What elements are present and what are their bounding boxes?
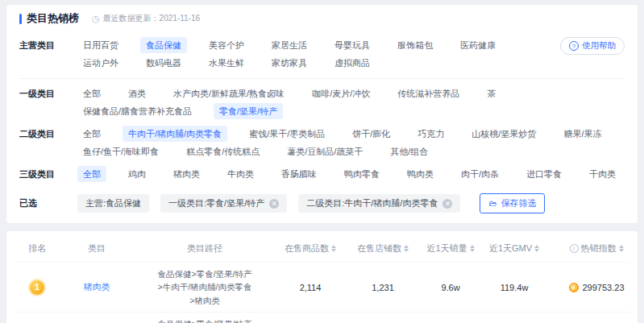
filter-option[interactable]: 蜜饯/果干/枣类制品 — [243, 126, 330, 142]
filter-option[interactable]: 母婴玩具 — [329, 37, 376, 53]
col-index-label: 热销指数 — [581, 242, 617, 255]
filter-option[interactable]: 服饰箱包 — [392, 37, 438, 53]
selected-tag-level1: 一级类目:零食/坚果/特产 ✕ — [160, 194, 287, 213]
selected-tag-text: 二级类目:牛肉干/猪肉脯/肉类零食 — [306, 197, 438, 209]
filter-option[interactable]: 糖果/果冻 — [558, 126, 607, 142]
filter-option[interactable]: 运动户外 — [77, 55, 124, 71]
filter-option[interactable]: 进口零食 — [521, 166, 567, 182]
filter-option[interactable]: 虚拟商品 — [329, 55, 376, 71]
col-path: 类目路径 — [134, 242, 276, 255]
filter-option[interactable]: 茶 — [481, 85, 501, 101]
filter-option[interactable]: 山核桃/坚果炒货 — [466, 126, 542, 142]
filter-option[interactable]: 鸡肉 — [123, 166, 152, 182]
filter-option[interactable]: 保健食品/膳食营养补充食品 — [77, 103, 197, 119]
filter-row-level1-category: 一级类目 全部 酒类 水产肉类/新鲜蔬果/熟食卤味 咖啡/麦片/冲饮 传统滋补营… — [19, 82, 625, 122]
sort-icon[interactable] — [331, 245, 336, 252]
filter-options: 全部 酒类 水产肉类/新鲜蔬果/熟食卤味 咖啡/麦片/冲饮 传统滋补营养品 茶 … — [77, 85, 625, 119]
filter-option-selected[interactable]: 零食/坚果/特产 — [214, 103, 283, 119]
filter-option[interactable]: 糕点零食/传统糕点 — [181, 143, 265, 159]
filter-option[interactable]: 家纺家具 — [266, 55, 313, 71]
sort-icon[interactable] — [470, 245, 475, 252]
filter-option[interactable]: 鸭肉类 — [401, 166, 439, 182]
selected-tag-text: 一级类目:零食/坚果/特产 — [168, 197, 264, 209]
shops-count: 1,231 — [345, 283, 421, 292]
filter-option[interactable]: 美容个护 — [203, 37, 250, 53]
filter-label: 二级类目 — [19, 126, 77, 142]
filter-option[interactable]: 鱼仔/鱼干/海味即食 — [77, 143, 164, 159]
filter-options: 全部 牛肉干/猪肉脯/肉类零食 蜜饯/果干/枣类制品 饼干/膨化 巧克力 山核桃… — [77, 126, 625, 159]
filter-option[interactable]: 咖啡/麦片/冲饮 — [306, 85, 376, 101]
sales-1d: 9.6w — [421, 283, 480, 292]
filter-option-selected[interactable]: 食品保健 — [140, 37, 187, 53]
selected-tag-text: 主营:食品保健 — [85, 197, 141, 209]
col-gmv-sortable[interactable]: 近1天GMV — [480, 242, 548, 255]
category-path: 食品保健>零食/坚果/特产 >牛肉干/猪肉脯/肉类零食 >鸭肉零食 — [134, 317, 276, 323]
question-circle-icon: ? — [569, 41, 579, 51]
filter-option[interactable]: 干肉类 — [584, 166, 621, 182]
filter-option[interactable]: 水产肉类/新鲜蔬果/熟食卤味 — [168, 85, 290, 101]
filter-option[interactable]: 饼干/膨化 — [347, 126, 396, 142]
filter-option[interactable]: 薯类/豆制品/蔬菜干 — [281, 143, 368, 159]
remove-tag-icon[interactable]: ✕ — [442, 199, 452, 209]
filter-option[interactable]: 巧克力 — [412, 126, 450, 142]
category-link[interactable]: 猪肉类 — [60, 281, 134, 293]
filter-option[interactable]: 传统滋补营养品 — [392, 85, 465, 101]
filter-option[interactable]: 香肠腊味 — [276, 166, 322, 182]
col-shops-sortable[interactable]: 在售店铺数 — [345, 242, 421, 255]
hot-index: ¥ 299753.23 — [548, 283, 644, 292]
filter-option[interactable]: 肉干/肉条 — [455, 166, 505, 182]
filter-option[interactable]: 其他/组合 — [384, 143, 434, 159]
sort-icon[interactable] — [534, 245, 539, 252]
sort-icon[interactable] — [404, 245, 409, 252]
filter-option[interactable]: 全部 — [77, 126, 106, 142]
selected-filters-row: 已选 主营:食品保健 一级类目:零食/坚果/特产 ✕ 二级类目:牛肉干/猪肉脯/… — [19, 193, 625, 213]
filter-option[interactable]: 日用百货 — [77, 37, 124, 53]
col-gmv-label: 近1天GMV — [489, 242, 532, 255]
path-line: >猪肉类 — [134, 294, 276, 307]
filter-options: 日用百货 食品保健 美容个护 家居生活 母婴玩具 服饰箱包 医药健康 运动户外 … — [77, 37, 560, 71]
filter-options: 全部 鸡肉 猪肉类 牛肉类 香肠腊味 鸭肉零食 鸭肉类 肉干/肉条 进口零食 干… — [77, 166, 625, 182]
page-header: 类目热销榜 ◷ 最近数据更新：2021-11-16 — [19, 11, 625, 26]
table-row: 2 鸭肉零食 食品保健>零食/坚果/特产 >牛肉干/猪肉脯/肉类零食 >鸭肉零食… — [15, 312, 629, 323]
filter-option[interactable]: 家居生活 — [266, 37, 313, 53]
filter-option[interactable]: 数码电器 — [140, 55, 187, 71]
selected-label: 已选 — [19, 197, 77, 209]
category-path: 食品保健>零食/坚果/特产 >牛肉干/猪肉脯/肉类零食 >猪肉类 — [134, 267, 276, 307]
help-button-label: 使用帮助 — [582, 40, 616, 52]
clock-icon: ◷ — [92, 14, 100, 24]
filter-option-selected[interactable]: 牛肉干/猪肉脯/肉类零食 — [123, 126, 227, 142]
filter-option[interactable]: 猪肉类 — [168, 166, 206, 182]
page-title: 类目热销榜 — [27, 11, 79, 26]
filter-row-level3-category: 三级类目 全部 鸡肉 猪肉类 牛肉类 香肠腊味 鸭肉零食 鸭肉类 肉干/肉条 进… — [19, 163, 625, 185]
sort-icon[interactable] — [619, 245, 624, 252]
filter-option-selected[interactable]: 全部 — [77, 166, 106, 182]
path-line: 食品保健>零食/坚果/特产 — [134, 267, 276, 280]
col-index-sortable[interactable]: i 热销指数 — [548, 242, 644, 255]
goods-count: 2,114 — [276, 283, 345, 292]
filter-option[interactable]: 鸭肉零食 — [339, 166, 385, 182]
filter-option[interactable]: 牛肉类 — [222, 166, 260, 182]
filter-option[interactable]: 酒类 — [123, 85, 152, 101]
save-filter-label: 保存筛选 — [501, 197, 536, 209]
table-row: 1 猪肉类 食品保健>零食/坚果/特产 >牛肉干/猪肉脯/肉类零食 >猪肉类 2… — [15, 262, 629, 312]
filter-label: 主营类目 — [19, 37, 77, 53]
remove-tag-icon[interactable]: ✕ — [269, 199, 279, 209]
save-filter-button[interactable]: 🗁 保存筛选 — [480, 193, 545, 213]
filter-option[interactable]: 医药健康 — [455, 37, 501, 53]
bookmark-icon: 🗁 — [488, 199, 497, 208]
help-button[interactable]: ? 使用帮助 — [560, 37, 625, 55]
filter-label: 三级类目 — [19, 166, 77, 182]
hot-index-value: 299753.23 — [583, 283, 625, 292]
col-category: 类目 — [60, 242, 134, 255]
selected-tag-main: 主营:食品保健 — [77, 194, 149, 213]
col-sales-sortable[interactable]: 近1天销量 — [421, 242, 480, 255]
filter-row-main-category: 主营类目 日用百货 食品保健 美容个护 家居生活 母婴玩具 服饰箱包 医药健康 … — [19, 34, 625, 79]
filter-option[interactable]: 水果生鲜 — [203, 55, 250, 71]
path-line: >牛肉干/猪肉脯/肉类零食 — [134, 280, 276, 293]
gold-medal-icon: 1 — [30, 280, 44, 295]
col-goods-sortable[interactable]: 在售商品数 — [276, 242, 345, 255]
col-rank: 排名 — [15, 242, 60, 255]
table-header-row: 排名 类目 类目路径 在售商品数 在售店铺数 近1天销量 近1天GMV i 热销… — [15, 234, 629, 262]
filter-option[interactable]: 全部 — [77, 85, 106, 101]
filter-panel: 类目热销榜 ◷ 最近数据更新：2021-11-16 主营类目 日用百货 食品保健… — [6, 5, 638, 223]
